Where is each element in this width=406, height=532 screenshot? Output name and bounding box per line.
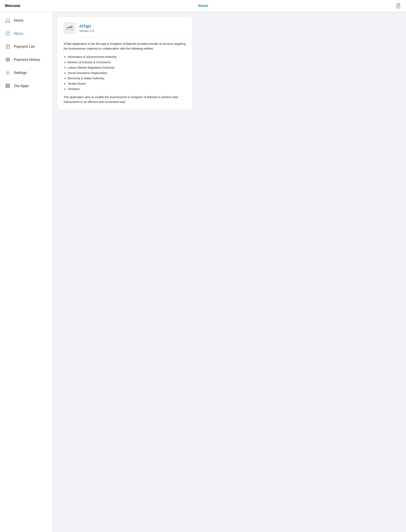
svg-point-15 [7, 72, 8, 73]
list-item: Social Insurance Organization. [68, 70, 186, 76]
main-content: الثاجر AL-TAJIR AlTajir Version 1.0 AlTa… [52, 12, 406, 532]
sidebar-payment-list-label: Payment List [14, 45, 35, 49]
sidebar-item-payment-history[interactable]: Payment History [0, 53, 52, 66]
payment-icon [5, 57, 11, 63]
list-item: Information & eGovernment Authority. [68, 54, 186, 59]
app-info: AlTajir Version 1.0 [79, 24, 94, 33]
clipboard-icon[interactable] [395, 3, 401, 9]
svg-rect-19 [6, 86, 7, 86]
about-entities-list: Information & eGovernment Authority.Mini… [68, 54, 186, 92]
app-header-row: الثاجر AL-TAJIR AlTajir Version 1.0 [64, 22, 186, 38]
svg-rect-20 [7, 86, 8, 86]
svg-rect-21 [9, 86, 10, 86]
svg-rect-1 [398, 3, 399, 4]
list-item: Electricity & Water Authority. [68, 76, 186, 81]
page-title: About [198, 4, 208, 8]
list-item: Tamkeen. [68, 86, 186, 92]
svg-rect-23 [7, 87, 8, 88]
app-version: Version 1.0 [79, 29, 94, 33]
list-item: Tender Board. [68, 81, 186, 86]
app-header: Welcome About [0, 0, 406, 12]
svg-rect-0 [397, 4, 400, 8]
sidebar-payment-history-label: Payment History [14, 58, 40, 62]
app-logo-text: الثاجر AL-TAJIR [66, 26, 73, 30]
svg-text:?: ? [7, 32, 9, 35]
svg-point-11 [6, 58, 10, 62]
sidebar-item-settings[interactable]: Settings [0, 66, 52, 79]
app-logo: الثاجر AL-TAJIR [64, 22, 76, 34]
question-icon: ? [5, 30, 11, 36]
svg-rect-22 [6, 87, 7, 88]
sidebar-item-our-apps[interactable]: Our Apps [0, 79, 52, 92]
welcome-label: Welcome [5, 4, 20, 8]
apps-icon [5, 83, 11, 89]
about-footer: The application aims to enable the busin… [64, 95, 186, 104]
sidebar-settings-label: Settings [14, 71, 27, 75]
about-description: AlTajir Application is the first app in … [64, 41, 186, 51]
home-icon [5, 17, 11, 23]
about-card: الثاجر AL-TAJIR AlTajir Version 1.0 AlTa… [57, 17, 192, 110]
app-name: AlTajir [79, 24, 94, 29]
sidebar-item-payment-list[interactable]: Payment List [0, 40, 52, 53]
app-container: Home ? About Payment List [0, 12, 406, 532]
sidebar-our-apps-label: Our Apps [14, 84, 29, 88]
list-item: Labour Market Regulatory Authority. [68, 65, 186, 70]
svg-rect-16 [6, 84, 7, 85]
svg-rect-17 [7, 84, 8, 85]
sidebar-item-about[interactable]: ? About [0, 27, 52, 40]
list-item: Ministry of Industry & Commerce [68, 59, 186, 65]
sidebar-about-label: About [14, 31, 23, 36]
svg-rect-18 [9, 84, 10, 85]
svg-rect-24 [9, 87, 10, 88]
sidebar-item-home[interactable]: Home [0, 14, 52, 27]
sidebar-home-label: Home [14, 18, 23, 23]
sidebar: Home ? About Payment List [0, 12, 52, 532]
gear-icon [5, 70, 11, 76]
document-icon [5, 43, 11, 50]
